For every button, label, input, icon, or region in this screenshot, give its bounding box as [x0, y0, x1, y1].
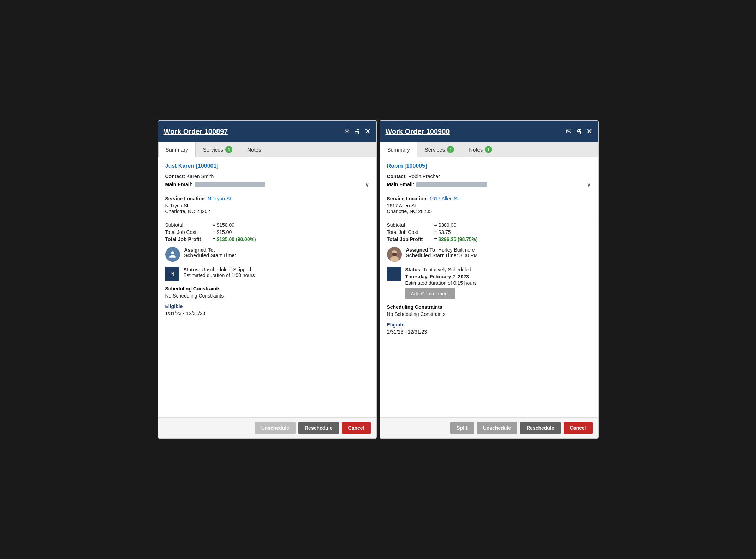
address-line1-1: N Tryon St: [165, 203, 369, 208]
scheduling-section-2: Scheduling Constraints No Scheduling Con…: [387, 304, 591, 317]
reschedule-button-2[interactable]: Reschedule: [520, 422, 561, 434]
add-commitment-button[interactable]: Add Commitment: [405, 288, 455, 299]
print-icon-1[interactable]: 🖨: [354, 128, 360, 135]
email-icon-1[interactable]: ✉: [344, 128, 350, 135]
duration-text-1: Estimated duration of 1:00 hours: [184, 272, 255, 278]
contact-value-2: Robin Prachar: [408, 173, 440, 179]
panel-title-1: Work Order 100897: [164, 128, 340, 136]
eligible-title-1: Eligible: [165, 304, 369, 309]
split-button-2[interactable]: Split: [450, 422, 474, 434]
assignment-text-2: Assigned To: Hurley Builtmore Scheduled …: [406, 247, 478, 258]
cancel-button-2[interactable]: Cancel: [564, 422, 593, 434]
panel-body-1: Just Karen [100001] Contact: Karen Smith…: [158, 157, 376, 417]
job-cost-value-1: $15.00: [216, 229, 232, 235]
financials-2: Subtotal = $300.00 Total Job Cost = $3.7…: [387, 222, 591, 242]
services-badge-1: 1: [225, 146, 232, 153]
panel-body-2: Robin [100005] Contact: Robin Prachar Ma…: [380, 157, 598, 417]
tab-summary-1[interactable]: Summary: [158, 142, 196, 157]
svg-rect-0: [173, 272, 174, 276]
status-text-1: Status: Unscheduled, Skipped Estimated d…: [184, 267, 255, 278]
contact-row-1: Contact: Karen Smith: [165, 173, 369, 179]
date-text-2: Thursday, February 2, 2023: [405, 274, 477, 280]
scheduling-value-1: No Scheduling Constraints: [165, 293, 369, 299]
status-icon-2: [387, 267, 401, 281]
financials-1: Subtotal = $150.00 Total Job Cost = $15.…: [165, 222, 369, 242]
status-value-2: Tentatively Scheduled: [423, 267, 471, 272]
address-line2-2: Charlotte, NC 28205: [387, 208, 591, 214]
address-line2-1: Charlotte, NC 28202: [165, 208, 369, 214]
tab-services-1[interactable]: Services 1: [196, 142, 240, 157]
customer-name-1[interactable]: Just Karen [100001]: [165, 163, 369, 169]
assignment-section-2: Assigned To: Hurley Builtmore Scheduled …: [387, 247, 591, 262]
eligible-title-2: Eligible: [387, 322, 591, 328]
assignment-section-1: Assigned To: Scheduled Start Time:: [165, 247, 369, 262]
email-row-1: Main Email: ∨: [165, 181, 369, 188]
tab-notes-2[interactable]: Notes 1: [462, 142, 499, 157]
subtotal-row-2: Subtotal = $300.00: [387, 222, 591, 228]
avatar-1: [165, 247, 180, 262]
email-chevron-2[interactable]: ∨: [587, 181, 591, 188]
address-line1-2: 1617 Allen St: [387, 203, 591, 208]
job-cost-value-2: $3.75: [438, 229, 451, 235]
panel-footer-2: Split Unschedule Reschedule Cancel: [380, 417, 598, 438]
tabs-bar-2: Summary Services 1 Notes 1: [380, 142, 598, 157]
scheduling-value-2: No Scheduling Constraints: [387, 311, 591, 317]
customer-name-2[interactable]: Robin [100005]: [387, 163, 591, 169]
subtotal-value-1: $150.00: [216, 222, 234, 228]
scheduled-start-2: 3:00 PM: [459, 253, 478, 258]
service-location-link-1[interactable]: N Tryon St: [208, 196, 231, 201]
email-blur-2: [416, 182, 487, 187]
profit-row-1: Total Job Profit = $135.00 (90.00%): [165, 236, 369, 242]
job-cost-row-2: Total Job Cost = $3.75: [387, 229, 591, 235]
duration-text-2: Estimated duration of 0:15 hours: [405, 280, 477, 286]
panel-footer-1: Unschedule Reschedule Cancel: [158, 417, 376, 438]
service-location-row-2: Service Location: 1617 Allen St: [387, 196, 591, 201]
print-icon-2[interactable]: 🖨: [576, 128, 582, 135]
eligible-section-1: Eligible 1/31/23 - 12/31/23: [165, 304, 369, 316]
contact-row-2: Contact: Robin Prachar: [387, 173, 591, 179]
eligible-section-2: Eligible 1/31/23 - 12/31/23: [387, 322, 591, 335]
unschedule-button-1: Unschedule: [255, 422, 296, 434]
services-badge-2: 1: [447, 146, 454, 153]
subtotal-row-1: Subtotal = $150.00: [165, 222, 369, 228]
tab-summary-2[interactable]: Summary: [380, 142, 417, 157]
work-order-panel-1: Work Order 100897 ✉ 🖨 ✕ Summary Services…: [158, 120, 377, 439]
close-button-1[interactable]: ✕: [364, 127, 371, 136]
tabs-bar-1: Summary Services 1 Notes: [158, 142, 376, 157]
scheduling-section-1: Scheduling Constraints No Scheduling Con…: [165, 286, 369, 299]
scheduling-title-1: Scheduling Constraints: [165, 286, 369, 292]
subtotal-value-2: $300.00: [438, 222, 456, 228]
status-section-2: Status: Tentatively Scheduled Thursday, …: [387, 267, 591, 299]
assignment-text-1: Assigned To: Scheduled Start Time:: [184, 247, 237, 258]
status-text-2: Status: Tentatively Scheduled Thursday, …: [405, 267, 477, 299]
panel-header-2: Work Order 100900 ✉ 🖨 ✕: [380, 121, 598, 142]
close-button-2[interactable]: ✕: [586, 127, 593, 136]
panel-header-1: Work Order 100897 ✉ 🖨 ✕: [158, 121, 376, 142]
service-location-row-1: Service Location: N Tryon St: [165, 196, 369, 201]
unschedule-button-2[interactable]: Unschedule: [477, 422, 517, 434]
eligible-dates-2: 1/31/23 - 12/31/23: [387, 329, 591, 335]
profit-value-2: $296.25 (98.75%): [438, 236, 477, 242]
email-icon-2[interactable]: ✉: [566, 128, 571, 135]
status-section-1: Status: Unscheduled, Skipped Estimated d…: [165, 267, 369, 281]
eligible-dates-1: 1/31/23 - 12/31/23: [165, 311, 369, 316]
work-order-panel-2: Work Order 100900 ✉ 🖨 ✕ Summary Services…: [380, 120, 599, 439]
scheduling-title-2: Scheduling Constraints: [387, 304, 591, 310]
cancel-button-1[interactable]: Cancel: [342, 422, 371, 434]
job-cost-row-1: Total Job Cost = $15.00: [165, 229, 369, 235]
tab-services-2[interactable]: Services 1: [417, 142, 462, 157]
svg-point-4: [392, 253, 397, 256]
panel-title-2: Work Order 100900: [386, 128, 562, 136]
profit-value-1: $135.00 (90.00%): [216, 236, 256, 242]
assigned-to-value-2: Hurley Builtmore: [438, 247, 475, 253]
avatar-2: [387, 247, 402, 262]
email-chevron-1[interactable]: ∨: [365, 181, 369, 188]
service-location-link-2[interactable]: 1617 Allen St: [429, 196, 459, 201]
email-blur-1: [195, 182, 265, 187]
email-row-2: Main Email: ∨: [387, 181, 591, 188]
contact-value-1: Karen Smith: [186, 173, 214, 179]
notes-badge-2: 1: [485, 146, 492, 153]
tab-notes-1[interactable]: Notes: [240, 142, 268, 157]
status-value-1: Unscheduled, Skipped: [202, 267, 251, 272]
reschedule-button-1[interactable]: Reschedule: [298, 422, 339, 434]
